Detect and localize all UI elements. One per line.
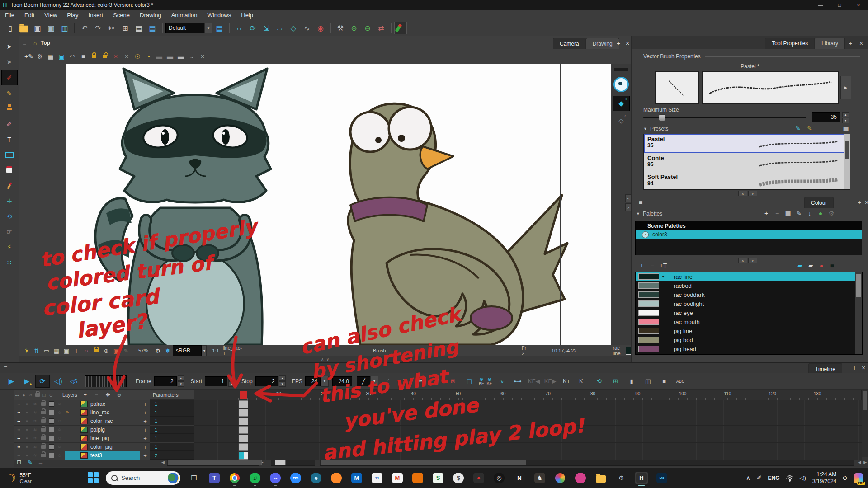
export-image-icon[interactable]: ▥ — [58, 22, 71, 34]
pen-icon[interactable]: ✐ — [757, 474, 762, 481]
layer-solo-icon[interactable]: ● — [24, 444, 30, 450]
color-space-arrow[interactable]: ▼ — [202, 345, 207, 356]
open-scene-icon[interactable] — [17, 22, 31, 34]
zoom-updown-icon[interactable]: ⇅ — [32, 346, 42, 355]
animate-mode-glyph-icon[interactable]: ⚡ — [4, 242, 15, 253]
layer-exposure-cell[interactable] — [239, 418, 248, 425]
layer-add-parameter-icon[interactable]: + — [140, 435, 150, 442]
app-harmony[interactable]: H — [635, 472, 648, 484]
layer-frame-track[interactable] — [194, 400, 862, 408]
data-view-icon[interactable]: ⊞ — [609, 375, 622, 387]
play-button[interactable]: ▶ — [5, 375, 18, 387]
palette-row-color3[interactable]: ✓ color3 — [636, 230, 862, 239]
stroke-preview-expand-button[interactable]: ▶ — [840, 76, 851, 99]
layer-eye-icon[interactable]: ●● — [15, 418, 22, 425]
app-obs[interactable]: ◎ — [493, 472, 505, 484]
tool-animate-mode[interactable]: ⚡ — [2, 239, 17, 254]
swatch-row-racbod[interactable]: racbod — [636, 281, 862, 290]
palettes-collapse-icon[interactable]: ▼ — [636, 211, 640, 216]
wifi-icon[interactable] — [786, 475, 793, 480]
next-keyframe-icon[interactable]: KF▶ — [543, 375, 557, 387]
max-size-slider-thumb[interactable] — [659, 114, 665, 121]
thumbnails-icon[interactable]: ≋ — [27, 392, 34, 399]
frame-spinner[interactable]: ▲▼ — [178, 375, 184, 387]
link-compare-icon[interactable]: ⇄ — [374, 22, 388, 34]
layer-name-cell[interactable]: line_pig — [65, 434, 140, 442]
render-view-icon[interactable]: ▣ — [111, 346, 121, 355]
preset-conte[interactable]: Conte95 — [644, 153, 850, 172]
frames-scroll-right-icon[interactable]: ▶ — [863, 460, 868, 465]
hidden-icons-chevron[interactable]: ∧ — [746, 474, 750, 481]
lock-icon[interactable] — [89, 51, 99, 62]
loop-button[interactable]: ⟳ — [35, 375, 50, 388]
update-preset-icon[interactable]: ✎ — [804, 123, 815, 134]
app-spotify[interactable]: ♫ — [249, 472, 261, 484]
tool-pencil[interactable]: ✎ — [2, 86, 17, 101]
colour-close-view-icon[interactable]: × — [861, 197, 868, 208]
add-keyframe-icon[interactable]: ⊕KF — [479, 377, 484, 385]
layer-solo-icon[interactable]: ● — [24, 401, 30, 408]
menu-item-insert[interactable]: Insert — [84, 10, 108, 20]
onion-skin-icon[interactable]: ◠ — [67, 51, 78, 62]
layer-eye-icon[interactable]: ●● — [15, 444, 22, 450]
save-advanced-icon[interactable]: ▣ — [44, 22, 58, 34]
app-sheets[interactable]: S — [432, 472, 444, 484]
layer-thumb-icon[interactable]: ≋ — [32, 435, 38, 442]
add-key-exposure-icon[interactable]: K+ — [560, 375, 573, 387]
add-colour-icon[interactable]: + — [636, 260, 647, 271]
app-discord[interactable]: ⌣ — [269, 472, 282, 484]
outline-view-icon[interactable]: ▣ — [61, 346, 71, 355]
app-task-view[interactable]: ❒ — [188, 472, 200, 484]
tool-eraser[interactable]: ✐ — [2, 117, 17, 131]
app-chrome[interactable] — [228, 472, 241, 484]
tool-transform[interactable]: ➤ — [2, 54, 17, 69]
workspace-selector[interactable]: Default▼ — [165, 23, 212, 33]
add-texture-icon[interactable]: +T — [658, 260, 669, 271]
edit-paint-colour-icon[interactable]: ▰ — [794, 260, 805, 271]
roughs-light-icon[interactable]: ▬ — [175, 51, 186, 62]
play-selection-button[interactable]: ▶★ — [20, 375, 33, 387]
layer-thumb-icon[interactable]: ≋ — [32, 418, 38, 425]
brush-glyph-icon[interactable]: ✐ — [4, 72, 15, 83]
menu-item-view[interactable]: View — [39, 10, 62, 20]
layer-lock-icon[interactable] — [40, 409, 47, 416]
playhead-marker[interactable] — [240, 391, 247, 399]
layer-row-color_pig[interactable]: ●●●≋☺ color_pig+ — [14, 443, 150, 451]
panel-menu-icon[interactable]: ≡ — [19, 38, 30, 48]
spline-curve-icon[interactable]: ∿ — [300, 22, 314, 34]
swatch-row-rac-eye[interactable]: rac eye — [636, 308, 862, 317]
menu-item-scene[interactable]: Scene — [108, 10, 135, 20]
tool-select[interactable]: ➤ — [2, 39, 17, 54]
layer-rig-icon[interactable]: ☺ — [56, 452, 63, 459]
camera-layer-icon[interactable]: ◇C — [613, 114, 629, 127]
tool-contour-editor[interactable]: ∷ — [2, 255, 17, 270]
layer-frame-track[interactable] — [194, 408, 862, 417]
layer-eye-icon[interactable]: ●● — [15, 427, 22, 433]
stamp-glyph-icon[interactable] — [4, 103, 15, 114]
render-gear-icon[interactable]: ⚙ — [153, 346, 163, 355]
pencil-dim-icon[interactable]: ✎ — [121, 346, 131, 355]
swatch-row-rac-line[interactable]: ●rac line — [636, 272, 862, 281]
layer-name-cell[interactable]: color_rac — [65, 417, 140, 425]
app-pink-app[interactable] — [574, 472, 587, 484]
app-photos[interactable] — [554, 472, 566, 484]
light-table-icon[interactable]: ◆L — [613, 96, 630, 111]
preset-panel-icon[interactable]: ▤ — [840, 123, 851, 134]
stop-input[interactable]: 2 — [255, 376, 278, 386]
layer-name-cell[interactable]: color_pig — [65, 443, 140, 451]
menu-item-edit[interactable]: Edit — [19, 10, 39, 20]
layer-thumb-icon[interactable]: ≋ — [32, 452, 38, 459]
app-outlook[interactable]: M — [350, 472, 363, 484]
layer-name-cell[interactable]: line_rac — [65, 408, 140, 417]
cut-icon[interactable]: ✂ — [105, 22, 118, 34]
notification-bell-icon[interactable]: Ω — [843, 474, 847, 481]
grid-icon[interactable]: ▦ — [45, 51, 56, 62]
clock[interactable]: 1:24 AM 3/19/2024 — [812, 471, 836, 485]
layer-add-parameter-icon[interactable]: + — [140, 427, 150, 433]
tool-drawing-pivot[interactable]: ✛ — [2, 193, 17, 208]
layer-rig-icon[interactable]: ☺ — [56, 418, 63, 425]
backlight-icon[interactable]: ☉ — [132, 51, 143, 62]
save-icon[interactable]: ▣ — [31, 22, 44, 34]
palette-view-icon[interactable]: ▤ — [783, 208, 793, 219]
layer-row-palpig[interactable]: ●●●≋☺ palpig+ — [14, 426, 150, 434]
